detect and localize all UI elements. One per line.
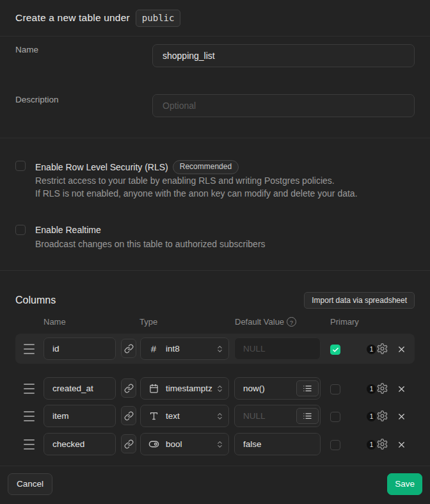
column-type-select[interactable]: bool bbox=[140, 433, 229, 455]
list-icon bbox=[303, 411, 312, 421]
column-settings-button[interactable] bbox=[376, 342, 389, 355]
rls-description: Restrict access to your table by enablin… bbox=[35, 174, 358, 200]
drag-handle-icon[interactable] bbox=[22, 377, 35, 400]
rls-toggle-block: Enable Row Level Security (RLS) Recommen… bbox=[15, 160, 415, 200]
column-header-name: Name bbox=[44, 317, 66, 327]
settings-count-badge: 1 bbox=[367, 345, 376, 354]
column-header-type: Type bbox=[139, 317, 157, 327]
description-field-row: Description bbox=[15, 94, 415, 117]
default-value-suggestions-button[interactable] bbox=[296, 380, 319, 396]
drag-handle-icon[interactable] bbox=[22, 337, 35, 360]
realtime-toggle-block: Enable Realtime Broadcast changes on thi… bbox=[15, 224, 415, 250]
default-value-help-icon[interactable]: ? bbox=[287, 317, 296, 327]
settings-count-badge: 1 bbox=[367, 440, 376, 450]
check-icon bbox=[332, 346, 339, 354]
default-value-suggestions-button[interactable] bbox=[296, 408, 319, 424]
gear-icon bbox=[376, 382, 388, 394]
close-icon bbox=[397, 384, 406, 394]
calendar-icon bbox=[148, 384, 159, 393]
column-row-id: # int8 1 bbox=[15, 337, 415, 360]
column-settings-button[interactable] bbox=[376, 437, 389, 451]
panel-title: Create a new table under bbox=[15, 12, 130, 24]
foreign-key-button[interactable] bbox=[121, 339, 136, 358]
realtime-checkbox[interactable] bbox=[15, 225, 26, 235]
foreign-key-button[interactable] bbox=[121, 406, 136, 425]
realtime-description: Broadcast changes on this table to autho… bbox=[35, 238, 266, 250]
primary-key-checkbox[interactable] bbox=[330, 440, 340, 450]
column-type-select[interactable]: # int8 bbox=[140, 337, 229, 360]
realtime-label: Enable Realtime bbox=[35, 224, 101, 236]
list-icon bbox=[303, 384, 312, 393]
drag-handle-icon[interactable] bbox=[22, 405, 35, 427]
column-row-item: text 1 bbox=[15, 405, 415, 427]
chevrons-up-down-icon bbox=[216, 412, 224, 420]
link-icon bbox=[124, 411, 134, 421]
remove-column-button[interactable] bbox=[395, 439, 407, 450]
column-settings-button[interactable] bbox=[376, 382, 389, 395]
toggle-icon bbox=[148, 439, 159, 450]
column-name-input[interactable] bbox=[44, 337, 116, 360]
table-info-section: Name Description bbox=[0, 37, 430, 138]
close-icon bbox=[397, 345, 406, 354]
chevrons-up-down-icon bbox=[216, 384, 224, 393]
column-name-input[interactable] bbox=[44, 405, 116, 427]
column-type-select[interactable]: timestamptz bbox=[140, 377, 229, 400]
recommended-badge: Recommended bbox=[173, 160, 239, 174]
column-type-select[interactable]: text bbox=[140, 405, 229, 427]
drag-handle-icon[interactable] bbox=[22, 433, 35, 455]
primary-key-checkbox[interactable] bbox=[330, 345, 340, 355]
gear-icon bbox=[376, 410, 388, 422]
columns-table-header: Name Type Default Value ? Primary bbox=[0, 317, 430, 327]
text-type-icon bbox=[148, 411, 159, 421]
schema-badge: public bbox=[136, 10, 181, 27]
rls-label: Enable Row Level Security (RLS) bbox=[35, 161, 168, 173]
column-name-input[interactable] bbox=[44, 433, 116, 455]
name-field-row: Name bbox=[15, 44, 415, 67]
remove-column-button[interactable] bbox=[395, 343, 407, 355]
foreign-key-button[interactable] bbox=[121, 378, 136, 398]
chevrons-up-down-icon bbox=[216, 345, 224, 353]
description-label: Description bbox=[15, 94, 152, 117]
link-icon bbox=[124, 384, 134, 393]
settings-count-badge: 1 bbox=[367, 384, 376, 394]
primary-key-row-container: # int8 1 bbox=[15, 334, 415, 364]
chevrons-up-down-icon bbox=[216, 440, 224, 448]
primary-key-checkbox[interactable] bbox=[330, 384, 340, 394]
panel-header: Create a new table under public bbox=[0, 0, 430, 37]
primary-key-checkbox[interactable] bbox=[330, 412, 340, 422]
save-button[interactable]: Save bbox=[387, 473, 422, 495]
hash-icon: # bbox=[148, 343, 159, 355]
rls-checkbox[interactable] bbox=[15, 161, 26, 171]
column-row-checked: bool 1 bbox=[15, 433, 415, 455]
column-header-default-value: Default Value bbox=[235, 317, 284, 327]
columns-heading: Columns bbox=[15, 295, 56, 306]
column-name-input[interactable] bbox=[44, 377, 116, 400]
columns-section: Columns Import data via spreadsheet Name… bbox=[0, 271, 430, 466]
remove-column-button[interactable] bbox=[395, 383, 407, 394]
column-default-value-input[interactable] bbox=[234, 433, 321, 455]
column-header-primary: Primary bbox=[330, 317, 359, 327]
remove-column-button[interactable] bbox=[395, 411, 407, 422]
gear-icon bbox=[376, 343, 388, 355]
link-icon bbox=[124, 439, 134, 449]
column-row-created-at: timestamptz 1 bbox=[15, 377, 415, 400]
close-icon bbox=[397, 440, 406, 450]
name-label: Name bbox=[15, 44, 152, 67]
create-table-panel: Create a new table under public Name Des… bbox=[0, 0, 430, 504]
column-settings-button[interactable] bbox=[376, 409, 389, 423]
table-name-input[interactable] bbox=[152, 44, 415, 67]
cancel-button[interactable]: Cancel bbox=[8, 473, 52, 495]
table-options-section: Enable Row Level Security (RLS) Recommen… bbox=[0, 138, 430, 271]
link-icon bbox=[124, 344, 134, 354]
column-default-value-input bbox=[234, 337, 321, 360]
table-description-input[interactable] bbox=[152, 94, 415, 117]
panel-footer: Cancel Save bbox=[0, 466, 430, 504]
import-spreadsheet-button[interactable]: Import data via spreadsheet bbox=[304, 292, 415, 309]
close-icon bbox=[397, 412, 406, 421]
foreign-key-button[interactable] bbox=[121, 434, 136, 453]
gear-icon bbox=[376, 438, 388, 450]
settings-count-badge: 1 bbox=[367, 412, 376, 421]
